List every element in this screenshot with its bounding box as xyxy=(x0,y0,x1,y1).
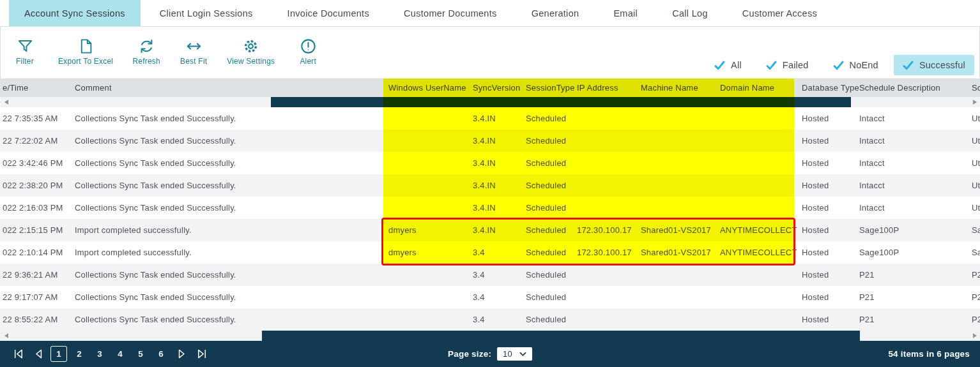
tab-account-sync-sessions[interactable]: Account Sync Sessions xyxy=(9,0,141,26)
page-button-2[interactable]: 2 xyxy=(71,346,88,362)
tab-customer-access[interactable]: Customer Access xyxy=(727,0,832,26)
cell-sched: Intacct xyxy=(859,197,885,219)
table-row[interactable]: 22 8:55:22 AMCollections Sync Task ended… xyxy=(0,308,980,331)
page-size-select[interactable]: 10 xyxy=(497,347,532,361)
table-row[interactable]: 22 7:35:35 AMCollections Sync Task ended… xyxy=(0,107,980,130)
grid-hscrollbar-bottom[interactable] xyxy=(0,331,980,341)
tool-label: Refresh xyxy=(132,57,160,66)
table-row[interactable]: 022 2:38:20 PMCollections Sync Task ende… xyxy=(0,174,980,197)
hscrollbar-thumb-top[interactable] xyxy=(271,97,851,107)
cell-sched: Intacct xyxy=(859,152,885,174)
table-row[interactable]: 22 9:17:07 AMCollections Sync Task ended… xyxy=(0,286,980,308)
cell-dbtype: Hosted xyxy=(802,107,829,130)
scroll-left-arrow-icon[interactable] xyxy=(4,100,8,105)
table-row[interactable]: 022 3:42:46 PMCollections Sync Task ende… xyxy=(0,152,980,174)
cell-sched: Sage100P xyxy=(859,219,899,241)
cell-sched: Sage100P xyxy=(859,241,899,264)
scroll-right-arrow-icon[interactable] xyxy=(973,100,977,105)
best-fit-button[interactable]: Best Fit xyxy=(180,38,208,66)
column-header-domain[interactable]: Domain Name xyxy=(720,79,774,97)
cell-dbtype: Hosted xyxy=(802,130,829,152)
cell-datetime: 22 9:36:21 AM xyxy=(3,264,57,286)
filter-all-button[interactable]: All xyxy=(705,55,751,75)
view-settings-button[interactable]: View Settings xyxy=(227,38,275,66)
column-header-sc[interactable]: Sc xyxy=(972,79,980,97)
cell-sc: Ut xyxy=(972,174,980,197)
filter-noend-button[interactable]: NoEnd xyxy=(824,55,887,75)
filter-successful-button[interactable]: Successful xyxy=(894,55,974,75)
page-button-4[interactable]: 4 xyxy=(112,346,128,362)
filter-failed-button[interactable]: Failed xyxy=(757,55,818,75)
table-row[interactable]: 022 2:16:03 PMCollections Sync Task ende… xyxy=(0,197,980,219)
pager-first-button[interactable] xyxy=(9,346,27,363)
cell-machine: Shared01-VS2017 xyxy=(641,219,711,241)
page-button-1[interactable]: 1 xyxy=(50,346,67,362)
grid-hscrollbar-top[interactable] xyxy=(0,97,980,107)
cell-sesstype: Scheduled xyxy=(526,286,566,308)
cell-dbtype: Hosted xyxy=(802,286,829,308)
cell-sesstype: Scheduled xyxy=(526,174,566,197)
column-header-datetime[interactable]: e/Time xyxy=(3,79,28,97)
pager-prev-button[interactable] xyxy=(29,346,47,363)
scroll-left-arrow-icon[interactable] xyxy=(4,333,8,338)
cell-syncver: 3.4.IN xyxy=(473,219,496,241)
cell-sesstype: Scheduled xyxy=(526,241,566,264)
tab-invoice-documents[interactable]: Invoice Documents xyxy=(272,0,385,26)
table-row[interactable]: 22 7:22:02 AMCollections Sync Task ended… xyxy=(0,130,980,152)
column-header-machine[interactable]: Machine Name xyxy=(641,79,698,97)
table-row[interactable]: 022 2:15:15 PMImport completed successfu… xyxy=(0,219,980,241)
cell-sched: P21 xyxy=(859,264,875,286)
tool-label: Alert xyxy=(300,57,316,66)
pager-last-button[interactable] xyxy=(193,346,211,363)
table-row[interactable]: 22 9:36:21 AMCollections Sync Task ended… xyxy=(0,264,980,286)
cell-comment: Collections Sync Task ended Successfully… xyxy=(75,286,236,308)
cell-comment: Collections Sync Task ended Successfully… xyxy=(75,174,236,197)
cell-dbtype: Hosted xyxy=(802,174,829,197)
column-header-dbtype[interactable]: Database Type xyxy=(802,79,859,97)
scroll-right-arrow-icon[interactable] xyxy=(973,333,977,338)
filter-button[interactable]: Filter xyxy=(11,38,39,66)
page-size-control: Page size: 10 xyxy=(448,347,532,361)
column-header-sesstype[interactable]: SessionType xyxy=(526,79,575,97)
pager-next-button[interactable] xyxy=(172,346,190,363)
cell-dbtype: Hosted xyxy=(802,264,829,286)
filter-label: NoEnd xyxy=(850,60,878,70)
table-row[interactable]: 022 2:10:14 PMImport completed successfu… xyxy=(0,241,980,264)
hscrollbar-thumb-bottom[interactable] xyxy=(262,331,860,341)
cell-sc: P2 xyxy=(972,264,980,286)
status-filters: AllFailedNoEndSuccessful xyxy=(705,55,974,75)
cell-datetime: 022 3:42:46 PM xyxy=(3,152,63,174)
cell-syncver: 3.4.IN xyxy=(473,107,496,130)
cell-dbtype: Hosted xyxy=(802,308,829,331)
export-to-excel-button[interactable]: Export To Excel xyxy=(58,38,113,66)
page-button-6[interactable]: 6 xyxy=(153,346,169,362)
alert-button[interactable]: Alert xyxy=(294,38,322,66)
page-button-3[interactable]: 3 xyxy=(91,346,108,362)
cell-syncver: 3.4 xyxy=(473,286,485,308)
cell-sesstype: Scheduled xyxy=(526,197,566,219)
page-size-label: Page size: xyxy=(448,349,491,359)
tab-generation[interactable]: Generation xyxy=(516,0,595,26)
tab-client-login-sessions[interactable]: Client Login Sessions xyxy=(144,0,268,26)
page-size-value: 10 xyxy=(503,349,512,359)
funnel-icon xyxy=(17,38,34,55)
cell-datetime: 022 2:15:15 PM xyxy=(3,219,63,241)
column-header-syncver[interactable]: SyncVersion xyxy=(473,79,520,97)
page-button-5[interactable]: 5 xyxy=(132,346,149,362)
grid-header: e/TimeCommentWindows UserNameSyncVersion… xyxy=(0,79,980,97)
tab-email[interactable]: Email xyxy=(598,0,653,26)
cell-datetime: 22 7:22:02 AM xyxy=(3,130,57,152)
cell-sc: Ut xyxy=(972,152,980,174)
tab-call-log[interactable]: Call Log xyxy=(657,0,723,26)
grid-body: 22 7:35:35 AMCollections Sync Task ended… xyxy=(0,107,980,331)
cell-winuser: dmyers xyxy=(388,219,417,241)
refresh-button[interactable]: Refresh xyxy=(132,38,160,66)
tab-customer-documents[interactable]: Customer Documents xyxy=(388,0,512,26)
tool-label: Filter xyxy=(16,57,34,66)
column-header-sched[interactable]: Schedule Description xyxy=(859,79,940,97)
cell-syncver: 3.4.IN xyxy=(473,174,496,197)
column-header-comment[interactable]: Comment xyxy=(75,79,112,97)
cell-datetime: 22 9:17:07 AM xyxy=(3,286,57,308)
column-header-ip[interactable]: IP Address xyxy=(577,79,618,97)
column-header-winuser[interactable]: Windows UserName xyxy=(388,79,466,97)
